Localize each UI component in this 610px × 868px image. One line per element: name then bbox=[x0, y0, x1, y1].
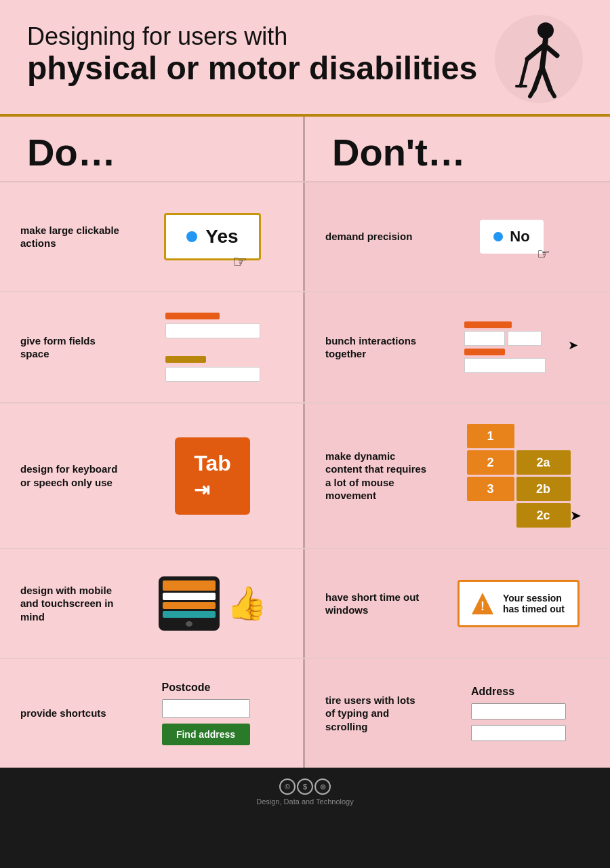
do-cell-5: provide shortcuts Postcode Find address bbox=[0, 659, 305, 768]
dont-label-4: have short time out windows bbox=[325, 591, 427, 617]
grid-cell-2c: 2c bbox=[516, 503, 571, 528]
dynamic-grid: 1 2 2a 3 2b 2c ➤ bbox=[467, 424, 571, 528]
do-label-2: give form fields space bbox=[20, 334, 122, 361]
svg-line-7 bbox=[530, 90, 534, 96]
find-address-button[interactable]: Find address bbox=[162, 724, 250, 745]
person-icon-container bbox=[495, 15, 583, 103]
thumbs-up-icon: 👍 bbox=[226, 585, 267, 623]
do-visual-3: Tab ⇥ bbox=[136, 437, 289, 515]
field-input-1 bbox=[165, 323, 260, 338]
bunch-cursor: ➤ bbox=[568, 338, 578, 353]
tab-arrow: ⇥ bbox=[194, 479, 209, 501]
tab-label: Tab bbox=[194, 451, 231, 476]
svg-line-9 bbox=[550, 90, 554, 96]
no-button: No bbox=[480, 220, 543, 254]
no-label: No bbox=[510, 228, 529, 245]
cc-icon-3: ⊕ bbox=[314, 778, 331, 795]
cc-icons: © $ ⊕ bbox=[279, 778, 331, 795]
postcode-input[interactable] bbox=[162, 699, 250, 718]
address-input-1[interactable] bbox=[471, 703, 566, 719]
grid-cell-2b: 2b bbox=[516, 477, 571, 501]
do-visual-4: 👍 bbox=[136, 576, 289, 631]
header-title: Designing for users with physical or mot… bbox=[27, 22, 477, 87]
cursor-hand-yes: ☞ bbox=[232, 252, 247, 271]
field-label-bar-1 bbox=[165, 313, 220, 319]
poster: Designing for users with physical or mot… bbox=[0, 0, 610, 816]
dont-cell-4: have short time out windows ! Your sessi… bbox=[305, 549, 610, 658]
header: Designing for users with physical or mot… bbox=[0, 0, 610, 117]
grid-cursor: ➤ bbox=[570, 507, 582, 524]
bunch-label bbox=[464, 321, 512, 328]
tablet-bar-4 bbox=[163, 611, 216, 618]
do-label-4: design with mobile and touchscreen in mi… bbox=[20, 584, 122, 624]
bunch-box-2 bbox=[508, 331, 542, 346]
tablet-icon bbox=[159, 576, 220, 631]
grid-cell-empty-2 bbox=[467, 503, 514, 528]
warning-icon-container: ! bbox=[470, 591, 495, 616]
do-cell-2: give form fields space bbox=[0, 292, 305, 402]
tablet-home-button bbox=[186, 621, 192, 627]
svg-text:!: ! bbox=[481, 599, 485, 613]
person-icon bbox=[508, 18, 569, 100]
bunch-row-1 bbox=[464, 331, 573, 346]
row-4: design with mobile and touchscreen in mi… bbox=[0, 549, 610, 659]
dont-visual-4: ! Your session has timed out bbox=[441, 580, 596, 627]
do-cell-4: design with mobile and touchscreen in mi… bbox=[0, 549, 305, 658]
do-label-1: make large clickable actions bbox=[20, 224, 122, 250]
tablet-bar-2 bbox=[163, 593, 216, 600]
dont-label-1: demand precision bbox=[325, 230, 413, 243]
address-input-2[interactable] bbox=[471, 725, 566, 741]
grid-cell-3: 3 bbox=[467, 477, 514, 501]
warning-triangle-icon: ! bbox=[470, 591, 495, 616]
grid-cell-2a: 2a bbox=[516, 450, 571, 475]
dont-label-5: tire users with lots of typing and scrol… bbox=[325, 694, 427, 734]
header-subtitle: Designing for users with bbox=[27, 22, 477, 51]
tablet-bar-3 bbox=[163, 602, 216, 609]
column-headers: Do… Don't… bbox=[0, 117, 610, 182]
bunch-box-3 bbox=[464, 358, 546, 373]
cc-icon-1: © bbox=[279, 778, 296, 795]
row-3: design for keyboard or speech only use T… bbox=[0, 403, 610, 549]
yes-label: Yes bbox=[205, 226, 238, 248]
do-visual-2 bbox=[136, 313, 289, 382]
dont-visual-1: No ☞ bbox=[427, 220, 596, 254]
do-visual-5: Postcode Find address bbox=[122, 682, 289, 745]
svg-line-3 bbox=[521, 59, 527, 86]
row-1: make large clickable actions Yes ☞ deman… bbox=[0, 182, 610, 292]
dont-cell-5: tire users with lots of typing and scrol… bbox=[305, 659, 610, 768]
cc-icon-2: $ bbox=[297, 778, 313, 795]
form-fields bbox=[165, 313, 260, 382]
svg-line-8 bbox=[542, 67, 550, 90]
postcode-label: Postcode bbox=[162, 682, 250, 694]
dont-cell-3: make dynamic content that requires a lot… bbox=[305, 403, 610, 548]
dont-label-3: make dynamic content that requires a lot… bbox=[325, 450, 427, 502]
grid-cell-2: 2 bbox=[467, 450, 514, 475]
address-label: Address bbox=[471, 686, 566, 698]
dont-visual-5: Address bbox=[441, 686, 596, 741]
tablet-visual: 👍 bbox=[159, 576, 267, 631]
do-cell-1: make large clickable actions Yes ☞ bbox=[0, 182, 305, 291]
svg-line-1 bbox=[542, 39, 546, 67]
radio-dot-no bbox=[493, 232, 503, 241]
footer-text: Design, Data and Technology bbox=[256, 797, 354, 806]
timeout-box: ! Your session has timed out bbox=[458, 580, 580, 627]
do-visual-1: Yes ☞ bbox=[136, 213, 289, 260]
rows-container: make large clickable actions Yes ☞ deman… bbox=[0, 182, 610, 768]
bunch-fields: ➤ bbox=[464, 321, 573, 373]
dont-visual-2: ➤ bbox=[441, 321, 596, 373]
radio-dot bbox=[186, 231, 197, 242]
header-title-main: physical or motor disabilities bbox=[27, 51, 477, 87]
bunch-label-2 bbox=[464, 349, 505, 355]
row-5: provide shortcuts Postcode Find address … bbox=[0, 659, 610, 768]
dont-visual-3: 1 2 2a 3 2b 2c ➤ bbox=[441, 424, 596, 528]
dont-cell-2: bunch interactions together ➤ bbox=[305, 292, 610, 402]
grid-cell-1: 1 bbox=[467, 424, 514, 448]
do-label-3: design for keyboard or speech only use bbox=[20, 462, 122, 489]
field-input-2 bbox=[165, 367, 260, 382]
cursor-hand-no: ☞ bbox=[537, 245, 550, 263]
do-cell-3: design for keyboard or speech only use T… bbox=[0, 403, 305, 548]
dont-header: Don't… bbox=[305, 117, 610, 181]
timeout-text: Your session has timed out bbox=[503, 593, 567, 614]
address-visual: Address bbox=[471, 686, 566, 741]
tablet-bar-1 bbox=[163, 580, 216, 591]
